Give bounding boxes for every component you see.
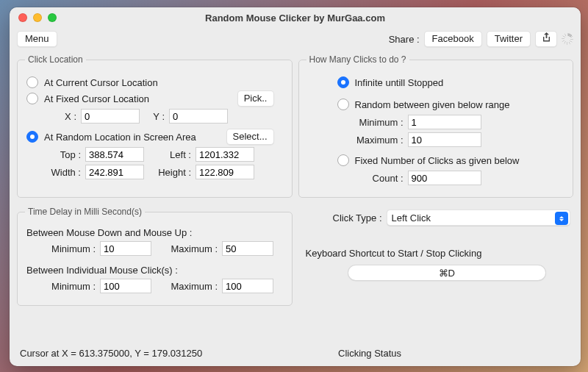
time-delay-legend: Time Delay in Milli Second(s) <box>25 207 145 217</box>
radio-random-range[interactable] <box>337 99 349 110</box>
click-location-group: Click Location At Current Cursor Locatio… <box>17 54 293 198</box>
label-random-location: At Random Location in Screen Area <box>44 132 196 143</box>
c-min-label: Minimum : <box>44 281 96 292</box>
chevron-updown-icon <box>555 212 568 225</box>
menu-button[interactable]: Menu <box>17 31 57 47</box>
hm-max-input[interactable] <box>408 132 481 147</box>
count-label: Count : <box>352 173 404 184</box>
top-input[interactable] <box>85 147 144 162</box>
width-input[interactable] <box>85 165 144 179</box>
share-label: Share : <box>389 34 420 45</box>
click-location-legend: Click Location <box>25 54 86 65</box>
select-area-button[interactable]: Select... <box>226 129 274 145</box>
radio-fixed-location[interactable] <box>26 93 38 104</box>
label-infinite: Infinite untill Stopped <box>355 77 444 88</box>
minimize-icon[interactable] <box>33 13 42 22</box>
zoom-icon[interactable] <box>48 13 57 22</box>
radio-current-location[interactable] <box>26 76 38 88</box>
share-icon <box>542 32 551 46</box>
how-many-legend: How Many Clicks to do ? <box>306 54 409 65</box>
click-type-label: Click Type : <box>323 212 382 223</box>
label-fixed-count: Fixed Number of Clicks as given below <box>355 155 520 166</box>
app-window: Random Mouse Clicker by MurGaa.com Menu … <box>10 7 581 366</box>
left-input[interactable] <box>196 147 254 162</box>
du-max-label: Maximum : <box>159 243 218 254</box>
between-clicks-label: Between Individual Mouse Click(s) : <box>26 265 178 276</box>
window-title: Random Mouse Clicker by MurGaa.com <box>10 12 581 24</box>
hm-min-input[interactable] <box>408 115 481 129</box>
c-max-label: Maximum : <box>159 281 218 292</box>
right-lower: Click Type : Left Click Keyboard Shortcu… <box>298 202 574 310</box>
toolbar: Menu Share : Facebook Twitter <box>10 28 581 50</box>
du-max-input[interactable] <box>222 241 273 256</box>
radio-random-location[interactable] <box>26 131 38 143</box>
radio-infinite[interactable] <box>337 76 349 88</box>
label-random-range: Random between given below range <box>355 99 510 110</box>
c-max-input[interactable] <box>222 279 273 293</box>
x-input[interactable] <box>81 109 140 124</box>
shortcut-value: ⌘D <box>439 268 455 279</box>
c-min-input[interactable] <box>100 279 151 293</box>
click-type-value: Left Click <box>392 212 431 223</box>
radio-fixed-count[interactable] <box>337 154 349 166</box>
footer: Cursor at X = 613.375000, Y = 179.031250… <box>17 310 573 360</box>
du-min-label: Minimum : <box>44 243 96 254</box>
between-du-label: Between Mouse Down and Mouse Up : <box>26 227 192 238</box>
hm-max-label: Maximum : <box>352 135 404 146</box>
shortcut-label: Keyboard Shortcut to Start / Stop Clicki… <box>306 248 571 259</box>
facebook-button[interactable]: Facebook <box>424 31 482 47</box>
time-delay-group: Time Delay in Milli Second(s) Between Mo… <box>17 207 293 306</box>
shortcut-button[interactable]: ⌘D <box>348 265 546 281</box>
click-type-select[interactable]: Left Click <box>387 210 570 226</box>
count-input[interactable] <box>408 171 481 185</box>
clicking-status: Clicking Status <box>338 348 401 359</box>
width-label: Width : <box>44 167 81 178</box>
pick-button[interactable]: Pick.. <box>237 90 274 107</box>
hm-min-label: Minimum : <box>352 117 404 128</box>
share-button[interactable] <box>535 31 557 47</box>
x-label: X : <box>60 111 76 122</box>
cursor-position: Cursor at X = 613.375000, Y = 179.031250 <box>20 348 202 359</box>
du-min-input[interactable] <box>100 241 151 256</box>
titlebar: Random Mouse Clicker by MurGaa.com <box>10 7 581 28</box>
y-label: Y : <box>148 111 165 122</box>
label-current-location: At Current Cursor Location <box>44 77 158 88</box>
traffic-lights <box>18 13 57 22</box>
spinner-icon <box>562 33 573 45</box>
label-fixed-location: At Fixed Cursor Location <box>44 93 149 104</box>
twitter-button[interactable]: Twitter <box>487 31 531 47</box>
close-icon[interactable] <box>18 13 27 22</box>
height-label: Height : <box>154 167 191 178</box>
height-input[interactable] <box>196 165 254 179</box>
how-many-group: How Many Clicks to do ? Infinite untill … <box>298 54 574 198</box>
top-label: Top : <box>44 149 81 160</box>
left-label: Left : <box>154 149 191 160</box>
y-input[interactable] <box>169 109 228 124</box>
